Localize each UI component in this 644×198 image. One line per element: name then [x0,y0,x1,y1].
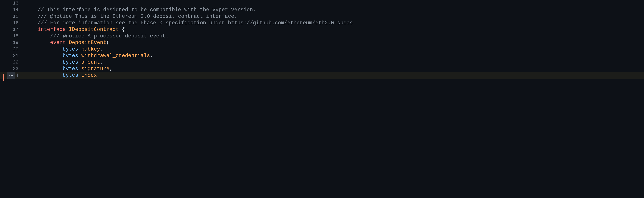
line-number[interactable]: 20 [0,46,25,52]
code-content[interactable]: bytes signature, [25,66,644,72]
token-type: bytes [62,46,78,52]
token-identifier: signature [81,66,109,72]
token-punct: , [109,66,112,72]
token-type: bytes [62,72,78,78]
token-punct [25,27,38,32]
token-punct [78,46,81,52]
code-content[interactable]: bytes pubkey, [25,46,644,52]
code-line[interactable]: 23 bytes signature, [0,66,644,72]
token-keyword1: interface [38,27,66,32]
line-number[interactable]: 23 [0,66,25,72]
code-editor[interactable]: 1314 // This interface is designed to be… [0,0,644,198]
token-punct [66,40,69,46]
line-number[interactable]: 19 [0,39,25,46]
code-line[interactable]: 19 event DepositEvent( [0,39,644,46]
line-number[interactable]: 17 [0,26,25,33]
token-punct [25,40,50,46]
line-number[interactable]: 16 [0,20,25,26]
line-number[interactable]: 21 [0,52,25,59]
code-content[interactable]: // This interface is designed to be comp… [25,7,644,13]
token-classname: IDepositContract [69,27,119,32]
code-content[interactable]: bytes index [25,72,644,79]
line-number[interactable]: 14 [0,7,25,13]
code-line[interactable]: 22 bytes amount, [0,59,644,66]
line-number[interactable]: 22 [0,59,25,66]
code-content[interactable]: bytes withdrawal_credentials, [25,52,644,59]
code-line[interactable]: 15 /// @notice This is the Ethereum 2.0 … [0,13,644,20]
token-type: bytes [62,59,78,65]
svg-point-2 [12,75,13,76]
token-comment: /// @notice A processed deposit event. [25,33,169,39]
token-punct [78,72,81,78]
code-line[interactable]: 17 interface IDepositContract { [0,26,644,33]
code-line[interactable]: 14 // This interface is designed to be c… [0,7,644,13]
code-line[interactable]: 20 bytes pubkey, [0,46,644,52]
line-number[interactable]: 15 [0,13,25,20]
token-comment: /// @notice This is the Ethereum 2.0 dep… [25,14,237,19]
code-line[interactable]: 21 bytes withdrawal_credentials, [0,52,644,59]
token-punct: , [150,53,153,59]
token-punct: , [100,46,103,52]
line-number[interactable]: 13 [0,0,25,7]
line-accent-indicator [3,74,4,81]
line-number[interactable]: 18 [0,33,25,39]
svg-point-1 [11,75,12,76]
token-identifier: pubkey [81,46,100,52]
code-content[interactable]: /// For more information see the Phase 0… [25,20,644,26]
token-comment: // This interface is designed to be comp… [25,7,256,13]
token-punct: , [100,59,103,65]
svg-point-0 [10,75,10,76]
code-line[interactable]: 24 bytes index [0,72,644,79]
code-content[interactable]: /// @notice A processed deposit event. [25,33,644,39]
code-line[interactable]: 13 [0,0,644,7]
code-content[interactable]: interface IDepositContract { [25,26,644,33]
token-punct [78,53,81,59]
token-punct [25,59,62,65]
token-punct [78,59,81,65]
token-identifier: index [81,72,97,78]
code-content[interactable]: /// @notice This is the Ethereum 2.0 dep… [25,13,644,20]
code-content[interactable]: event DepositEvent( [25,39,644,46]
token-punct [78,66,81,72]
token-type: bytes [62,66,78,72]
kebab-horizontal-icon [9,73,14,78]
token-classname: DepositEvent [69,40,106,46]
token-comment: /// For more information see the Phase 0… [25,20,353,26]
token-punct: ( [106,40,110,46]
token-punct [25,46,62,52]
token-punct [25,53,62,59]
token-punct [25,72,62,78]
token-keyword1: event [50,40,66,46]
token-identifier: withdrawal_credentials [81,53,150,59]
token-punct [66,27,69,32]
token-type: bytes [62,53,78,59]
code-line[interactable]: 18 /// @notice A processed deposit event… [0,33,644,39]
token-punct [25,66,62,72]
more-actions-button[interactable] [7,72,16,79]
code-content[interactable]: bytes amount, [25,59,644,66]
token-punct: { [119,27,125,32]
token-identifier: amount [81,59,100,65]
code-line[interactable]: 16 /// For more information see the Phas… [0,20,644,26]
